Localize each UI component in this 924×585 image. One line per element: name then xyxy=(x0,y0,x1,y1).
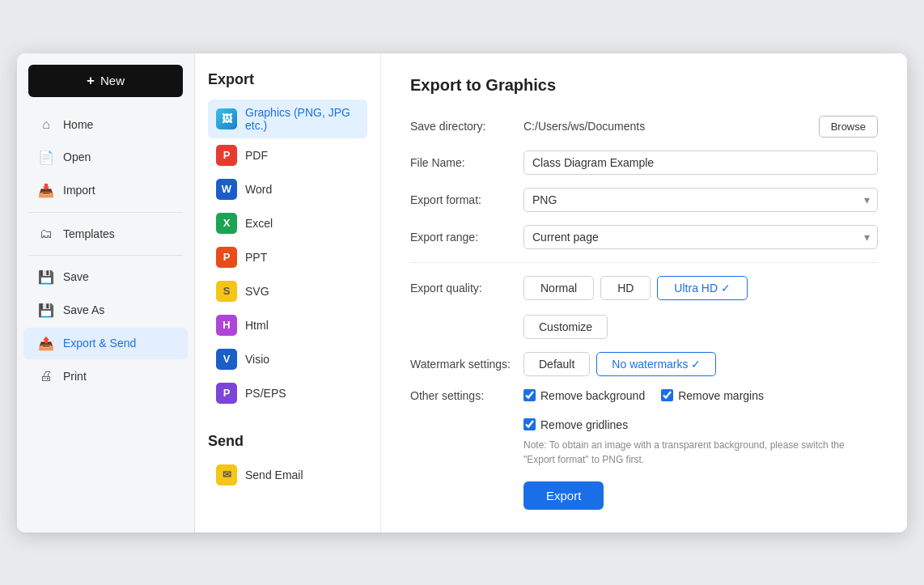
export-item-visio[interactable]: V Visio xyxy=(208,342,367,376)
export-item-ppt[interactable]: P PPT xyxy=(208,240,367,274)
checkboxes: Remove background Remove margins Remove … xyxy=(523,389,878,431)
send-section: Send ✉ Send Email xyxy=(208,433,367,492)
customize-button[interactable]: Customize xyxy=(523,315,608,339)
directory-path: C:/Users/ws/Documents xyxy=(523,120,811,133)
sidebar: + New ⌂ Home 📄 Open 📥 Import 🗂 xyxy=(17,53,195,532)
remove-margins-input[interactable] xyxy=(661,389,673,401)
watermark-label: Watermark settings: xyxy=(410,358,523,371)
watermark-none-button[interactable]: No watermarks xyxy=(596,352,716,376)
customize-row: Customize xyxy=(410,308,878,339)
sidebar-item-label: Import xyxy=(63,184,95,197)
export-range-label: Export range: xyxy=(410,231,523,244)
remove-gridlines-input[interactable] xyxy=(523,418,536,430)
sidebar-item-save[interactable]: 💾 Save xyxy=(23,261,188,293)
sidebar-item-home[interactable]: ⌂ Home xyxy=(23,109,188,140)
browse-button[interactable]: Browse xyxy=(819,116,878,138)
watermark-value: Default No watermarks xyxy=(523,352,878,376)
remove-margins-label: Remove margins xyxy=(678,389,764,402)
export-quality-row: Export quality: Normal HD Ultra HD xyxy=(410,276,878,300)
export-item-label: Graphics (PNG, JPG etc.) xyxy=(245,106,359,132)
sidebar-divider-2 xyxy=(28,255,183,256)
remove-margins-checkbox[interactable]: Remove margins xyxy=(661,389,764,402)
send-item-email[interactable]: ✉ Send Email xyxy=(208,458,367,492)
export-range-value: Current page All pages Selection xyxy=(523,225,878,249)
export-range-select[interactable]: Current page All pages Selection xyxy=(523,225,878,249)
email-icon: ✉ xyxy=(216,464,237,485)
send-item-label: Send Email xyxy=(245,468,303,481)
other-settings-row: Other settings: Remove background Remove… xyxy=(410,389,878,431)
pdf-icon: P xyxy=(216,145,237,166)
file-name-input[interactable] xyxy=(523,150,878,175)
main-window: + New ⌂ Home 📄 Open 📥 Import 🗂 xyxy=(17,53,907,532)
new-button[interactable]: + New xyxy=(28,65,183,97)
export-item-pdf[interactable]: P PDF xyxy=(208,138,367,172)
export-item-label: PS/EPS xyxy=(245,387,286,400)
mid-panel: Export 🖼 Graphics (PNG, JPG etc.) P PDF … xyxy=(195,53,381,532)
quality-hd-button[interactable]: HD xyxy=(600,276,651,300)
sidebar-item-label: Templates xyxy=(63,227,115,240)
export-item-html[interactable]: H Html xyxy=(208,308,367,342)
sidebar-item-label: Export & Send xyxy=(63,337,136,350)
export-item-excel[interactable]: X Excel xyxy=(208,206,367,240)
file-name-value xyxy=(523,150,878,175)
remove-gridlines-checkbox[interactable]: Remove gridlines xyxy=(523,418,628,431)
sidebar-item-export-send[interactable]: 📤 Export & Send xyxy=(23,328,188,359)
sidebar-item-print[interactable]: 🖨 Print xyxy=(23,361,188,392)
export-range-select-wrapper: Current page All pages Selection xyxy=(523,225,878,249)
page-title: Export to Graphics xyxy=(410,76,878,95)
main-content: Export to Graphics Save directory: C:/Us… xyxy=(381,53,907,532)
excel-icon: X xyxy=(216,213,237,234)
remove-gridlines-label: Remove gridlines xyxy=(540,418,628,431)
save-as-icon: 💾 xyxy=(38,303,54,318)
quality-buttons: Normal HD Ultra HD xyxy=(523,276,748,300)
sidebar-item-label: Home xyxy=(63,118,93,131)
remove-background-checkbox[interactable]: Remove background xyxy=(523,389,645,402)
pseps-icon: P xyxy=(216,383,237,404)
file-name-label: File Name: xyxy=(410,156,523,169)
sidebar-item-save-as[interactable]: 💾 Save As xyxy=(23,295,188,326)
sidebar-item-open[interactable]: 📄 Open xyxy=(23,142,188,173)
sidebar-item-label: Open xyxy=(63,150,91,163)
sidebar-item-label: Save xyxy=(63,270,89,283)
quality-normal-button[interactable]: Normal xyxy=(523,276,594,300)
watermark-default-button[interactable]: Default xyxy=(523,352,590,376)
form-divider xyxy=(410,262,878,263)
file-name-row: File Name: xyxy=(410,150,878,175)
send-list: ✉ Send Email xyxy=(208,458,367,492)
sidebar-item-label: Save As xyxy=(63,303,104,316)
export-format-label: Export format: xyxy=(410,193,523,206)
export-item-label: Word xyxy=(245,183,272,196)
other-settings-label: Other settings: xyxy=(410,389,523,402)
file-icon: 📄 xyxy=(38,150,54,165)
export-list: 🖼 Graphics (PNG, JPG etc.) P PDF W Word … xyxy=(208,100,367,410)
save-directory-row: Save directory: C:/Users/ws/Documents Br… xyxy=(410,116,878,138)
visio-icon: V xyxy=(216,349,237,370)
save-directory-value: C:/Users/ws/Documents Browse xyxy=(523,116,878,138)
import-icon: 📥 xyxy=(38,183,54,198)
export-item-label: PPT xyxy=(245,251,267,264)
export-format-select-wrapper: PNG JPG BMP GIF TIFF xyxy=(523,188,878,212)
note-text: Note: To obtain an image with a transpar… xyxy=(523,438,878,467)
word-icon: W xyxy=(216,179,237,200)
plus-icon: + xyxy=(87,73,95,89)
export-item-graphics[interactable]: 🖼 Graphics (PNG, JPG etc.) xyxy=(208,100,367,138)
export-item-svg[interactable]: S SVG xyxy=(208,274,367,308)
watermark-buttons: Default No watermarks xyxy=(523,352,716,376)
export-quality-label: Export quality: xyxy=(410,282,523,295)
export-button[interactable]: Export xyxy=(523,481,604,510)
export-item-pseps[interactable]: P PS/EPS xyxy=(208,376,367,410)
sidebar-item-import[interactable]: 📥 Import xyxy=(23,175,188,206)
save-icon: 💾 xyxy=(38,269,54,285)
export-item-word[interactable]: W Word xyxy=(208,172,367,206)
ppt-icon: P xyxy=(216,247,237,268)
sidebar-item-templates[interactable]: 🗂 Templates xyxy=(23,218,188,249)
new-label: New xyxy=(100,74,125,87)
watermark-row: Watermark settings: Default No watermark… xyxy=(410,352,878,376)
export-format-select[interactable]: PNG JPG BMP GIF TIFF xyxy=(523,188,878,212)
html-icon: H xyxy=(216,315,237,336)
quality-ultrahd-button[interactable]: Ultra HD xyxy=(657,276,748,300)
export-quality-value: Normal HD Ultra HD xyxy=(523,276,878,300)
sidebar-nav: ⌂ Home 📄 Open 📥 Import 🗂 Templates xyxy=(17,105,194,396)
print-icon: 🖨 xyxy=(38,369,54,384)
remove-background-input[interactable] xyxy=(523,389,536,401)
